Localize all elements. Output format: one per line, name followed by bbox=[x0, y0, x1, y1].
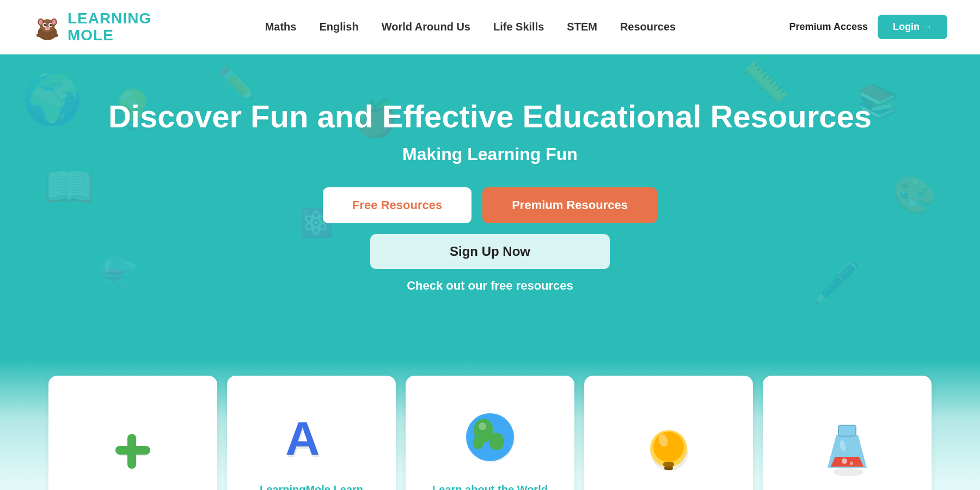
world-icon-area bbox=[455, 402, 525, 473]
logo-learning: LEARNING bbox=[68, 10, 151, 27]
mole-icon bbox=[33, 13, 62, 42]
svg-rect-35 bbox=[838, 425, 856, 436]
main-nav: Maths English World Around Us Life Skill… bbox=[265, 21, 676, 33]
deco-pencil: ✏️ bbox=[218, 65, 255, 101]
hero-section: 🌍 💡 ✏️ 🍎 📏 📚 📖 🎨 ⚗️ 🖊️ ⚛️ Discover Fun a… bbox=[0, 54, 980, 359]
resource-cards-row: LearningMole Learn Maths A A LearningMol… bbox=[33, 359, 947, 490]
hero-cta-buttons: Free Resources Premium Resources bbox=[33, 187, 947, 223]
card-life-skills: LearningMole Life Skills bbox=[584, 376, 753, 490]
logo-mole: MOLE bbox=[68, 27, 151, 44]
svg-point-8 bbox=[44, 23, 46, 26]
hero-subtitle: Making Learning Fun bbox=[33, 144, 947, 164]
svg-point-36 bbox=[842, 458, 847, 464]
logo-text: LEARNING MOLE bbox=[68, 10, 151, 44]
svg-point-5 bbox=[52, 19, 56, 24]
flask-icon bbox=[814, 419, 880, 484]
svg-marker-34 bbox=[831, 457, 863, 467]
svg-point-23 bbox=[489, 433, 504, 450]
hero-title: Discover Fun and Effective Educational R… bbox=[33, 98, 947, 134]
check-resources-text: Check out our free resources bbox=[33, 279, 947, 293]
nav-maths[interactable]: Maths bbox=[265, 21, 297, 33]
svg-point-25 bbox=[479, 422, 486, 430]
card-stem: LearningMole Learn STEM bbox=[763, 376, 932, 490]
cards-section: LearningMole Learn Maths A A LearningMol… bbox=[0, 359, 980, 490]
maths-icon-area bbox=[97, 416, 168, 487]
free-resources-button[interactable]: Free Resources bbox=[323, 187, 471, 223]
svg-rect-29 bbox=[663, 462, 674, 467]
header: LEARNING MOLE Maths English World Around… bbox=[0, 0, 980, 54]
svg-point-28 bbox=[653, 432, 684, 462]
svg-rect-30 bbox=[664, 467, 673, 470]
svg-point-24 bbox=[473, 436, 483, 449]
card-english: A A LearningMole Learn English bbox=[227, 376, 396, 490]
world-icon bbox=[457, 405, 523, 470]
svg-point-37 bbox=[850, 462, 853, 465]
lightbulb-icon bbox=[636, 419, 701, 484]
card-world: Learn about the WorldAround Us bbox=[406, 376, 574, 490]
header-actions: Premium Access Login → bbox=[789, 15, 947, 39]
svg-rect-17 bbox=[127, 434, 136, 469]
premium-access-button[interactable]: Premium Access bbox=[789, 21, 868, 33]
signup-button[interactable]: Sign Up Now bbox=[370, 234, 610, 269]
life-skills-icon-area bbox=[633, 416, 704, 487]
stem-icon-area bbox=[812, 416, 883, 487]
svg-point-9 bbox=[50, 23, 52, 26]
nav-world-around-us[interactable]: World Around Us bbox=[382, 21, 470, 33]
english-icon: A A bbox=[279, 405, 344, 470]
nav-life-skills[interactable]: Life Skills bbox=[493, 21, 544, 33]
premium-resources-button[interactable]: Premium Resources bbox=[482, 187, 657, 223]
svg-point-4 bbox=[39, 19, 42, 24]
svg-text:A: A bbox=[285, 411, 320, 465]
card-world-label[interactable]: Learn about the WorldAround Us bbox=[432, 482, 548, 490]
svg-point-11 bbox=[46, 27, 48, 29]
maths-icon bbox=[100, 419, 166, 484]
svg-point-13 bbox=[52, 33, 58, 37]
logo-area: LEARNING MOLE bbox=[33, 10, 151, 44]
english-icon-area: A A bbox=[276, 402, 347, 473]
card-english-label[interactable]: LearningMole Learn English bbox=[240, 482, 383, 490]
svg-point-12 bbox=[36, 33, 42, 37]
nav-resources[interactable]: Resources bbox=[620, 21, 676, 33]
svg-point-32 bbox=[833, 468, 863, 476]
login-button[interactable]: Login → bbox=[878, 15, 947, 39]
nav-english[interactable]: English bbox=[319, 21, 358, 33]
nav-stem[interactable]: STEM bbox=[567, 21, 597, 33]
card-maths: LearningMole Learn Maths bbox=[48, 376, 217, 490]
